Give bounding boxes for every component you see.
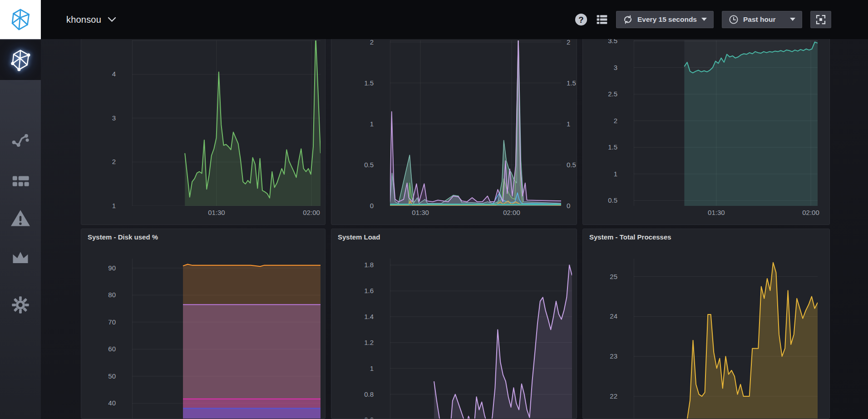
- series-teal: [390, 40, 561, 204]
- y-tick-label: 3: [583, 64, 617, 72]
- y-tick-label: 2: [583, 117, 617, 125]
- panel-title[interactable]: System - Total Processes: [583, 233, 829, 241]
- y-tick-label-right: 1.5: [567, 79, 577, 87]
- y-tick-label: 1: [331, 120, 374, 128]
- y-tick-label: 80: [81, 291, 116, 299]
- refresh-interval-button[interactable]: Every 15 seconds: [616, 11, 714, 28]
- y-tick-label-right: 1: [567, 120, 577, 128]
- sidebar-item-settings[interactable]: [0, 291, 41, 319]
- pulse-graph-icon: [10, 130, 31, 151]
- series-green: [390, 40, 561, 204]
- y-tick-label: 23: [583, 352, 617, 360]
- y-tick-label: 0.5: [583, 196, 617, 205]
- y-tick-label: 1.6: [331, 287, 374, 295]
- chevron-down-icon: [108, 17, 116, 22]
- y-tick-label: 0.6: [331, 416, 374, 419]
- panel-system-load: System Load1.81.61.41.210.80.6: [331, 229, 577, 419]
- clock-icon: [729, 15, 739, 25]
- time-range-label: Past hour: [743, 15, 775, 24]
- y-tick-label: 1: [81, 202, 116, 210]
- refresh-cycle-icon: [623, 15, 633, 25]
- y-tick-label: 1.5: [331, 79, 374, 87]
- panel-3: 3.532.521.510.501:3002:00: [582, 23, 830, 225]
- y-tick-label: 50: [81, 372, 116, 380]
- y-tick-label: 24: [583, 312, 617, 320]
- dashboard-picker[interactable]: khonsou: [66, 15, 116, 25]
- y-tick-label: 1.4: [331, 313, 374, 321]
- y-tick-label: 2.5: [583, 90, 617, 98]
- panel-title[interactable]: System - Disk used %: [81, 233, 325, 241]
- dashboard-title: khonsou: [66, 15, 101, 25]
- x-tick-label: 02:00: [297, 209, 326, 217]
- y-tick-label: 2: [81, 158, 116, 166]
- time-range-button[interactable]: Past hour: [722, 11, 802, 28]
- top-navbar: khonsou ? Every 15 seconds Past hour: [41, 0, 868, 39]
- y-tick-label: 1.2: [331, 339, 374, 347]
- sidebar-item-explore[interactable]: [0, 127, 41, 154]
- crown-icon: [10, 248, 30, 268]
- y-tick-label: 60: [81, 345, 116, 353]
- y-tick-label: 40: [81, 399, 116, 407]
- panel-system-disk-used: System - Disk used %908070605040: [81, 229, 326, 419]
- panel-title[interactable]: System Load: [331, 233, 577, 241]
- org-logo-box[interactable]: [0, 0, 41, 39]
- chart-plot[interactable]: [390, 40, 561, 206]
- caret-down-icon: [701, 18, 707, 21]
- svg-text:?: ?: [578, 15, 583, 25]
- x-tick-label: 01:30: [702, 209, 731, 217]
- y-tick-label: 2: [331, 38, 374, 46]
- y-tick-label: 4: [81, 70, 116, 78]
- series-purple: [390, 40, 561, 202]
- gear-icon: [10, 294, 31, 315]
- y-tick-label: 1: [583, 170, 617, 178]
- y-tick-label: 1.5: [583, 143, 617, 151]
- y-tick-label: 0.5: [331, 161, 374, 169]
- kiosk-mode-button[interactable]: [810, 11, 831, 28]
- y-tick-label: 1: [331, 364, 374, 373]
- chart-plot[interactable]: [634, 40, 818, 206]
- kiosk-fullscreen-icon: [815, 14, 826, 25]
- sidebar: [0, 39, 41, 419]
- alert-triangle-icon: [10, 208, 31, 229]
- x-tick-label: 01:30: [406, 209, 435, 217]
- polyhedron-glow-icon: [9, 49, 32, 71]
- sidebar-item-dashboards[interactable]: [0, 168, 41, 195]
- refresh-interval-label: Every 15 seconds: [637, 15, 697, 24]
- chart-plot[interactable]: [634, 259, 818, 419]
- sidebar-item-crown[interactable]: [0, 244, 41, 272]
- x-tick-label: 02:00: [796, 209, 825, 217]
- panel-1: 432101:3002:00: [81, 23, 326, 225]
- chart-plot[interactable]: [132, 40, 321, 206]
- x-tick-label: 02:00: [497, 209, 526, 217]
- caret-down-icon: [790, 18, 795, 21]
- chart-plot[interactable]: [132, 259, 321, 419]
- help-icon[interactable]: ?: [574, 13, 588, 26]
- y-tick-label: 70: [81, 318, 116, 326]
- x-tick-label: 01:30: [202, 209, 231, 217]
- y-tick-label: 22: [583, 392, 617, 400]
- panel-list-icon[interactable]: [596, 14, 608, 25]
- y-tick-label: 1.8: [331, 261, 374, 269]
- sidebar-item-alerting[interactable]: [0, 205, 41, 232]
- y-tick-label: 0: [331, 202, 374, 210]
- panel-2: 221.51.5110.50.50001:3002:00: [331, 23, 577, 225]
- y-tick-label: 0.8: [331, 390, 374, 399]
- y-tick-label: 90: [81, 264, 116, 272]
- y-tick-label-right: 2: [567, 38, 577, 46]
- sidebar-item-network-active[interactable]: [0, 40, 41, 80]
- y-tick-label-right: 0: [567, 202, 577, 210]
- y-tick-label: 25: [583, 273, 617, 281]
- dashboard-grid-icon: [10, 171, 31, 192]
- panel-system-total-processes: System - Total Processes25242322: [582, 229, 830, 419]
- y-tick-label: 3: [81, 114, 116, 122]
- chart-plot[interactable]: [390, 259, 572, 419]
- polyhedron-logo-icon: [9, 8, 32, 31]
- y-tick-label-right: 0.5: [567, 161, 577, 169]
